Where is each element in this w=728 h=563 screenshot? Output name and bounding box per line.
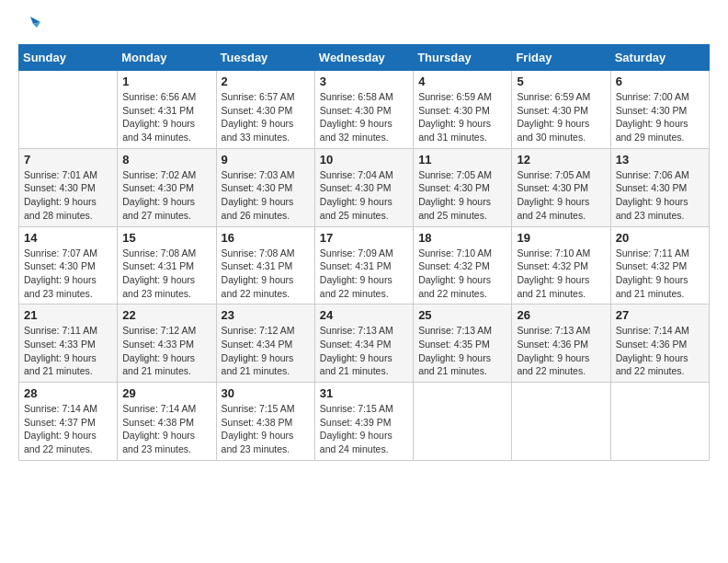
day-info: Sunrise: 6:58 AM Sunset: 4:30 PM Dayligh… — [320, 90, 408, 144]
calendar-cell: 21Sunrise: 7:11 AM Sunset: 4:33 PM Dayli… — [19, 304, 118, 383]
day-number: 16 — [222, 231, 310, 245]
calendar-cell: 29Sunrise: 7:14 AM Sunset: 4:38 PM Dayli… — [118, 383, 216, 461]
calendar-cell: 16Sunrise: 7:08 AM Sunset: 4:31 PM Dayli… — [216, 226, 314, 304]
day-number: 21 — [24, 308, 112, 322]
day-info: Sunrise: 7:11 AM Sunset: 4:33 PM Dayligh… — [24, 324, 112, 378]
day-info: Sunrise: 7:15 AM Sunset: 4:38 PM Dayligh… — [222, 402, 310, 456]
day-info: Sunrise: 7:12 AM Sunset: 4:34 PM Dayligh… — [222, 324, 310, 378]
calendar-cell: 20Sunrise: 7:11 AM Sunset: 4:32 PM Dayli… — [610, 226, 709, 304]
calendar-cell: 4Sunrise: 6:59 AM Sunset: 4:30 PM Daylig… — [414, 71, 512, 149]
day-number: 22 — [122, 308, 210, 322]
day-number: 1 — [122, 75, 210, 88]
day-info: Sunrise: 7:14 AM Sunset: 4:38 PM Dayligh… — [122, 402, 210, 456]
day-info: Sunrise: 7:15 AM Sunset: 4:39 PM Dayligh… — [320, 402, 408, 456]
calendar-table: SundayMondayTuesdayWednesdayThursdayFrid… — [18, 44, 710, 461]
day-info: Sunrise: 6:59 AM Sunset: 4:30 PM Dayligh… — [517, 90, 605, 144]
day-number: 30 — [222, 386, 310, 400]
day-info: Sunrise: 6:59 AM Sunset: 4:30 PM Dayligh… — [418, 90, 506, 144]
weekday-header-thursday: Thursday — [414, 45, 512, 71]
day-number: 26 — [517, 308, 605, 322]
day-info: Sunrise: 7:07 AM Sunset: 4:30 PM Dayligh… — [24, 247, 112, 301]
calendar-cell: 27Sunrise: 7:14 AM Sunset: 4:36 PM Dayli… — [610, 304, 709, 383]
day-info: Sunrise: 7:06 AM Sunset: 4:30 PM Dayligh… — [616, 168, 704, 223]
day-info: Sunrise: 7:04 AM Sunset: 4:30 PM Dayligh… — [320, 168, 408, 223]
weekday-header-row: SundayMondayTuesdayWednesdayThursdayFrid… — [19, 45, 710, 71]
weekday-header-saturday: Saturday — [610, 45, 709, 71]
calendar-cell: 31Sunrise: 7:15 AM Sunset: 4:39 PM Dayli… — [314, 383, 413, 461]
calendar-cell: 18Sunrise: 7:10 AM Sunset: 4:32 PM Dayli… — [414, 226, 512, 304]
calendar-cell: 23Sunrise: 7:12 AM Sunset: 4:34 PM Dayli… — [216, 304, 314, 383]
weekday-header-wednesday: Wednesday — [314, 45, 413, 71]
day-number: 25 — [418, 308, 506, 322]
day-info: Sunrise: 7:00 AM Sunset: 4:30 PM Dayligh… — [616, 90, 704, 144]
calendar-cell: 17Sunrise: 7:09 AM Sunset: 4:31 PM Dayli… — [314, 226, 413, 304]
calendar-cell — [512, 383, 610, 461]
calendar-cell: 7Sunrise: 7:01 AM Sunset: 4:30 PM Daylig… — [19, 148, 118, 226]
calendar-cell: 14Sunrise: 7:07 AM Sunset: 4:30 PM Dayli… — [19, 226, 118, 304]
calendar-week-row-3: 14Sunrise: 7:07 AM Sunset: 4:30 PM Dayli… — [19, 226, 710, 304]
day-info: Sunrise: 7:05 AM Sunset: 4:30 PM Dayligh… — [418, 168, 506, 223]
day-number: 6 — [616, 75, 704, 88]
calendar-cell: 2Sunrise: 6:57 AM Sunset: 4:30 PM Daylig… — [216, 71, 314, 149]
calendar-cell: 30Sunrise: 7:15 AM Sunset: 4:38 PM Dayli… — [216, 383, 314, 461]
calendar-cell: 28Sunrise: 7:14 AM Sunset: 4:37 PM Dayli… — [19, 383, 118, 461]
day-number: 4 — [418, 75, 506, 88]
calendar-cell: 8Sunrise: 7:02 AM Sunset: 4:30 PM Daylig… — [118, 148, 216, 226]
day-number: 20 — [616, 231, 704, 245]
day-info: Sunrise: 7:10 AM Sunset: 4:32 PM Dayligh… — [418, 247, 506, 301]
page-container: SundayMondayTuesdayWednesdayThursdayFrid… — [18, 18, 710, 461]
day-number: 8 — [122, 153, 210, 167]
day-info: Sunrise: 7:14 AM Sunset: 4:37 PM Dayligh… — [24, 402, 112, 456]
day-number: 28 — [24, 386, 112, 400]
day-number: 23 — [222, 308, 310, 322]
day-info: Sunrise: 6:56 AM Sunset: 4:31 PM Dayligh… — [122, 90, 210, 144]
day-number: 29 — [122, 386, 210, 400]
weekday-header-sunday: Sunday — [19, 45, 118, 71]
day-number: 31 — [320, 386, 408, 400]
day-number: 27 — [616, 308, 704, 322]
day-info: Sunrise: 7:11 AM Sunset: 4:32 PM Dayligh… — [616, 247, 704, 301]
calendar-cell: 10Sunrise: 7:04 AM Sunset: 4:30 PM Dayli… — [314, 148, 413, 226]
day-number: 7 — [24, 153, 112, 167]
calendar-week-row-1: 1Sunrise: 6:56 AM Sunset: 4:31 PM Daylig… — [19, 71, 710, 149]
calendar-cell: 24Sunrise: 7:13 AM Sunset: 4:34 PM Dayli… — [314, 304, 413, 383]
calendar-week-row-5: 28Sunrise: 7:14 AM Sunset: 4:37 PM Dayli… — [19, 383, 710, 461]
calendar-cell: 26Sunrise: 7:13 AM Sunset: 4:36 PM Dayli… — [512, 304, 610, 383]
weekday-header-monday: Monday — [118, 45, 216, 71]
calendar-cell — [19, 71, 118, 149]
calendar-cell — [414, 383, 512, 461]
day-info: Sunrise: 7:08 AM Sunset: 4:31 PM Dayligh… — [122, 247, 210, 301]
calendar-cell — [610, 383, 709, 461]
day-info: Sunrise: 7:01 AM Sunset: 4:30 PM Dayligh… — [24, 168, 112, 223]
day-info: Sunrise: 7:09 AM Sunset: 4:31 PM Dayligh… — [320, 247, 408, 301]
day-number: 2 — [222, 75, 310, 88]
weekday-header-friday: Friday — [512, 45, 610, 71]
day-number: 24 — [320, 308, 408, 322]
day-info: Sunrise: 7:13 AM Sunset: 4:36 PM Dayligh… — [517, 324, 605, 378]
calendar-cell: 3Sunrise: 6:58 AM Sunset: 4:30 PM Daylig… — [314, 71, 413, 149]
calendar-cell: 22Sunrise: 7:12 AM Sunset: 4:33 PM Dayli… — [118, 304, 216, 383]
day-number: 17 — [320, 231, 408, 245]
day-number: 10 — [320, 153, 408, 167]
day-number: 13 — [616, 153, 704, 167]
calendar-cell: 25Sunrise: 7:13 AM Sunset: 4:35 PM Dayli… — [414, 304, 512, 383]
calendar-week-row-2: 7Sunrise: 7:01 AM Sunset: 4:30 PM Daylig… — [19, 148, 710, 226]
day-info: Sunrise: 6:57 AM Sunset: 4:30 PM Dayligh… — [222, 90, 310, 144]
calendar-cell: 13Sunrise: 7:06 AM Sunset: 4:30 PM Dayli… — [610, 148, 709, 226]
day-info: Sunrise: 7:13 AM Sunset: 4:34 PM Dayligh… — [320, 324, 408, 378]
calendar-cell: 1Sunrise: 6:56 AM Sunset: 4:31 PM Daylig… — [118, 71, 216, 149]
logo-bird-icon — [20, 15, 40, 35]
day-info: Sunrise: 7:08 AM Sunset: 4:31 PM Dayligh… — [222, 247, 310, 301]
day-number: 18 — [418, 231, 506, 245]
calendar-cell: 6Sunrise: 7:00 AM Sunset: 4:30 PM Daylig… — [610, 71, 709, 149]
day-number: 5 — [517, 75, 605, 88]
day-info: Sunrise: 7:02 AM Sunset: 4:30 PM Dayligh… — [122, 168, 210, 223]
day-number: 9 — [222, 153, 310, 167]
day-number: 11 — [418, 153, 506, 167]
day-info: Sunrise: 7:10 AM Sunset: 4:32 PM Dayligh… — [517, 247, 605, 301]
calendar-week-row-4: 21Sunrise: 7:11 AM Sunset: 4:33 PM Dayli… — [19, 304, 710, 383]
calendar-cell: 5Sunrise: 6:59 AM Sunset: 4:30 PM Daylig… — [512, 71, 610, 149]
logo — [18, 18, 40, 35]
calendar-cell: 12Sunrise: 7:05 AM Sunset: 4:30 PM Dayli… — [512, 148, 610, 226]
day-info: Sunrise: 7:12 AM Sunset: 4:33 PM Dayligh… — [122, 324, 210, 378]
